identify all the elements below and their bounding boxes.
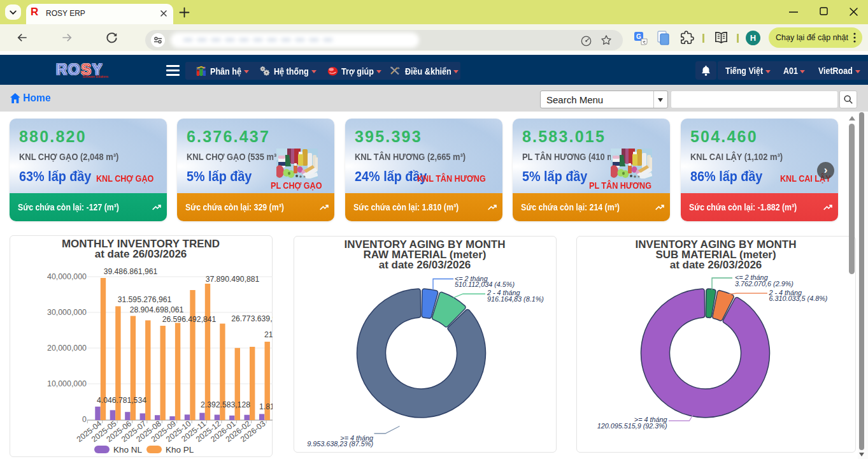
svg-text:9.953.638,23 (87.5%): 9.953.638,23 (87.5%): [307, 440, 373, 448]
svg-text:21.583.186,4: 21.583.186,4: [264, 330, 273, 339]
svg-text:40,000,000: 40,000,000: [47, 272, 87, 281]
svg-text:120.095.515,9 (92.3%): 120.095.515,9 (92.3%): [597, 422, 667, 430]
svg-text:28.904.698,061: 28.904.698,061: [130, 305, 184, 314]
svg-text:510.112,034 (4.5%): 510.112,034 (4.5%): [455, 280, 515, 288]
svg-text:G: G: [636, 33, 641, 40]
svg-text:0: 0: [82, 415, 87, 424]
svg-text:26.596.492,841: 26.596.492,841: [162, 315, 217, 324]
svg-text:2.392.583,128: 2.392.583,128: [201, 400, 250, 409]
svg-text:3.762.070,6 (2.9%): 3.762.070,6 (2.9%): [735, 280, 793, 288]
svg-text:31.595.276,961: 31.595.276,961: [118, 295, 172, 304]
svg-text:1.815.683: 1.815.683: [259, 402, 273, 411]
svg-text:26.773.639,991: 26.773.639,991: [231, 314, 273, 323]
svg-text:at date 26/03/2026: at date 26/03/2026: [95, 248, 187, 260]
svg-text:916.164,83 (8.1%): 916.164,83 (8.1%): [487, 295, 544, 303]
svg-text:Kho PL: Kho PL: [166, 445, 194, 455]
svg-text:at date 26/03/2026: at date 26/03/2026: [379, 259, 471, 271]
svg-text:at date 26/03/2026: at date 26/03/2026: [670, 259, 762, 271]
svg-text:37.890.490,881: 37.890.490,881: [206, 275, 260, 284]
svg-text:20,000,000: 20,000,000: [47, 344, 87, 353]
svg-text:10,000,000: 10,000,000: [47, 379, 87, 388]
svg-text:39.486.861,961: 39.486.861,961: [104, 267, 158, 276]
svg-text:6.310.033,5 (4.8%): 6.310.033,5 (4.8%): [769, 295, 828, 302]
svg-text:4.046.781,534: 4.046.781,534: [97, 396, 146, 405]
svg-text:30,000,000: 30,000,000: [47, 308, 87, 317]
svg-text:Kho NL: Kho NL: [113, 445, 143, 455]
